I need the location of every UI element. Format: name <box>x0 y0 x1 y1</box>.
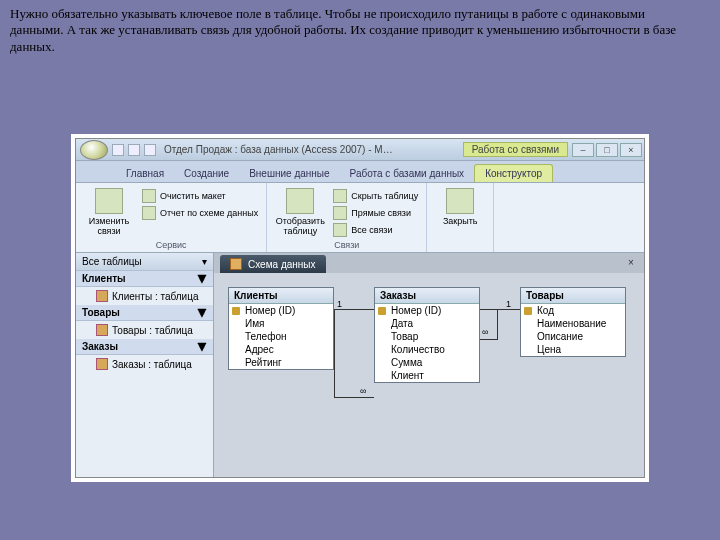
relation-line <box>497 309 498 339</box>
ribbon-group-label: Связи <box>273 239 420 250</box>
close-designer-icon <box>446 188 474 214</box>
qat-undo-icon[interactable] <box>128 144 140 156</box>
navgroup-label: Заказы <box>82 341 118 352</box>
ribbon-group-close: Закрыть <box>427 183 494 252</box>
table-icon <box>96 358 108 370</box>
all-relations-icon <box>333 223 347 237</box>
relation-line <box>480 339 498 340</box>
collapse-icon: ⯆ <box>197 307 207 318</box>
minimize-button[interactable]: – <box>572 143 594 157</box>
ribbon-group-label <box>433 249 487 250</box>
contextual-title: Работа со связями <box>463 142 568 157</box>
tab-database-tools[interactable]: Работа с базами данных <box>340 165 475 182</box>
ribbon-tabs: Главная Создание Внешние данные Работа с… <box>76 161 644 183</box>
relation-line[interactable] <box>480 309 520 310</box>
relationships-icon <box>230 258 242 270</box>
field[interactable]: Наименование <box>521 317 625 330</box>
table-clients[interactable]: Клиенты Номер (ID) Имя Телефон Адрес Рей… <box>228 287 334 370</box>
workspace: Все таблицы ▾ Клиенты⯆ Клиенты : таблица… <box>76 253 644 477</box>
field[interactable]: Рейтинг <box>229 356 333 369</box>
close-button[interactable]: × <box>620 143 642 157</box>
document-close-button[interactable]: × <box>624 257 638 271</box>
field[interactable]: Телефон <box>229 330 333 343</box>
all-relations-button[interactable]: Все связи <box>331 222 420 238</box>
field-key[interactable]: Номер (ID) <box>229 304 333 317</box>
diagram-surface[interactable]: Клиенты Номер (ID) Имя Телефон Адрес Рей… <box>214 273 644 477</box>
ribbon-group-service: Изменить связи Очистить макет Отчет по с… <box>76 183 267 252</box>
navgroup-label: Товары <box>82 307 120 318</box>
relation-end-one: 1 <box>506 299 511 309</box>
hide-table-icon <box>333 189 347 203</box>
table-header: Товары <box>521 288 625 304</box>
ribbon-group-relations: Отобразить таблицу Скрыть таблицу Прямые… <box>267 183 427 252</box>
table-orders[interactable]: Заказы Номер (ID) Дата Товар Количество … <box>374 287 480 383</box>
relation-end-one: 1 <box>337 299 342 309</box>
office-orb-button[interactable] <box>80 140 108 160</box>
qat-redo-icon[interactable] <box>144 144 156 156</box>
field[interactable]: Сумма <box>375 356 479 369</box>
close-designer-label: Закрыть <box>443 216 478 226</box>
direct-relations-button[interactable]: Прямые связи <box>331 205 420 221</box>
navitem-orders-table[interactable]: Заказы : таблица <box>76 355 213 373</box>
hide-table-button[interactable]: Скрыть таблицу <box>331 188 420 204</box>
field-key[interactable]: Код <box>521 304 625 317</box>
ribbon: Изменить связи Очистить макет Отчет по с… <box>76 183 644 253</box>
maximize-button[interactable]: □ <box>596 143 618 157</box>
tab-external-data[interactable]: Внешние данные <box>239 165 339 182</box>
quick-access-toolbar <box>112 144 156 156</box>
navitem-label: Товары : таблица <box>112 325 193 336</box>
direct-relations-icon <box>333 206 347 220</box>
tab-designer[interactable]: Конструктор <box>474 164 553 182</box>
field[interactable]: Количество <box>375 343 479 356</box>
navgroup-clients[interactable]: Клиенты⯆ <box>76 271 213 287</box>
relation-line[interactable] <box>334 309 374 310</box>
relationships-canvas[interactable]: Схема данных × Клиенты Номер (ID) Имя Те… <box>214 253 644 477</box>
description-paragraph: Нужно обязательно указывать ключевое пол… <box>10 6 700 55</box>
titlebar: Отдел Продаж : база данных (Access 2007)… <box>76 139 644 161</box>
relation-line <box>334 309 335 397</box>
hide-table-label: Скрыть таблицу <box>351 191 418 201</box>
schema-report-label: Отчет по схеме данных <box>160 208 258 218</box>
navitem-goods-table[interactable]: Товары : таблица <box>76 321 213 339</box>
field[interactable]: Дата <box>375 317 479 330</box>
navgroup-orders[interactable]: Заказы⯆ <box>76 339 213 355</box>
navpane-header[interactable]: Все таблицы ▾ <box>76 253 213 271</box>
edit-relations-label: Изменить связи <box>82 216 136 236</box>
table-header: Заказы <box>375 288 479 304</box>
document-tab[interactable]: Схема данных <box>220 255 326 273</box>
schema-report-icon <box>142 206 156 220</box>
show-table-button[interactable]: Отобразить таблицу <box>273 185 327 238</box>
tab-create[interactable]: Создание <box>174 165 239 182</box>
document-tab-label: Схема данных <box>248 259 316 270</box>
edit-relations-icon <box>95 188 123 214</box>
table-goods[interactable]: Товары Код Наименование Описание Цена <box>520 287 626 357</box>
field[interactable]: Описание <box>521 330 625 343</box>
direct-relations-label: Прямые связи <box>351 208 411 218</box>
navitem-label: Клиенты : таблица <box>112 291 198 302</box>
tab-home[interactable]: Главная <box>116 165 174 182</box>
table-icon <box>96 290 108 302</box>
close-designer-button[interactable]: Закрыть <box>433 185 487 226</box>
field[interactable]: Адрес <box>229 343 333 356</box>
ribbon-group-label: Сервис <box>82 239 260 250</box>
navigation-pane: Все таблицы ▾ Клиенты⯆ Клиенты : таблица… <box>76 253 214 477</box>
access-window: Отдел Продаж : база данных (Access 2007)… <box>75 138 645 478</box>
collapse-icon: ⯆ <box>197 341 207 352</box>
navitem-clients-table[interactable]: Клиенты : таблица <box>76 287 213 305</box>
field-key[interactable]: Номер (ID) <box>375 304 479 317</box>
field[interactable]: Цена <box>521 343 625 356</box>
schema-report-button[interactable]: Отчет по схеме данных <box>140 205 260 221</box>
field[interactable]: Товар <box>375 330 479 343</box>
navpane-title: Все таблицы <box>82 256 142 267</box>
relation-line <box>334 397 374 398</box>
field[interactable]: Клиент <box>375 369 479 382</box>
table-header: Клиенты <box>229 288 333 304</box>
clear-layout-icon <box>142 189 156 203</box>
clear-layout-label: Очистить макет <box>160 191 226 201</box>
qat-save-icon[interactable] <box>112 144 124 156</box>
edit-relations-button[interactable]: Изменить связи <box>82 185 136 236</box>
navgroup-goods[interactable]: Товары⯆ <box>76 305 213 321</box>
clear-layout-button[interactable]: Очистить макет <box>140 188 260 204</box>
field[interactable]: Имя <box>229 317 333 330</box>
show-table-label: Отобразить таблицу <box>273 216 327 236</box>
